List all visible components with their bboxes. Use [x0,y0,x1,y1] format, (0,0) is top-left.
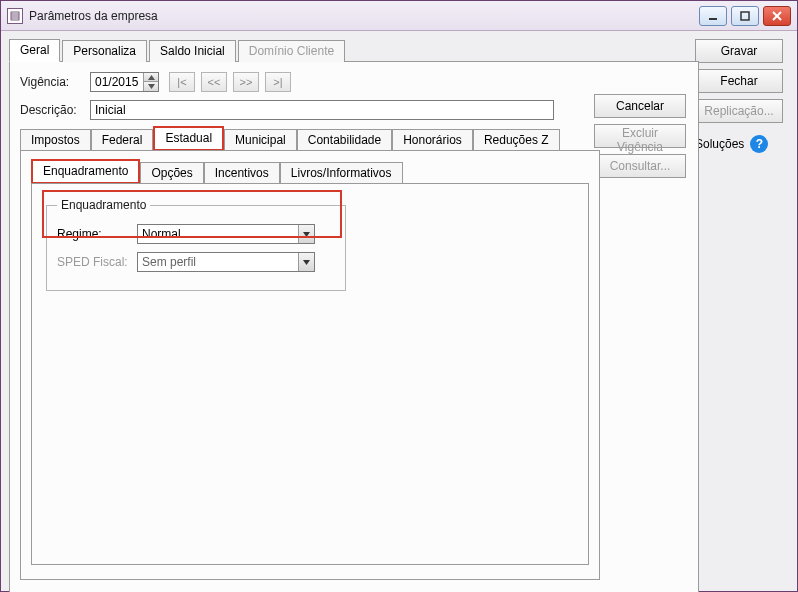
sped-value: Sem perfil [138,255,298,269]
nav-first-button[interactable]: |< [169,72,195,92]
spinner-up-icon[interactable] [144,73,158,82]
spinner-buttons [143,73,158,91]
window-controls [699,6,791,26]
vigencia-spinner[interactable] [90,72,159,92]
tab-geral[interactable]: Geral [9,39,60,62]
descricao-label: Descrição: [20,103,90,117]
help-icon[interactable]: ? [750,135,768,153]
third-tab-opcoes[interactable]: Opções [140,162,203,184]
svg-marker-9 [148,84,155,89]
svg-rect-5 [741,12,749,20]
regime-combobox[interactable]: Normal [137,224,315,244]
third-tabpanel: Enquadramento Regime: Normal [31,183,589,565]
third-tabstrip: Enquadramento Opções Incentivos Livros/I… [31,161,589,183]
inner-tab-contabilidade[interactable]: Contabilidade [297,129,392,151]
main-tabpanel: Cancelar Excluir Vigência Consultar... V… [9,61,699,592]
regime-value: Normal [138,227,298,241]
window-title: Parâmetros da empresa [29,9,158,23]
right-action-column: Gravar Fechar Replicação... Soluções ? [695,39,783,153]
sped-row: SPED Fiscal: Sem perfil [57,252,335,272]
solucoes-row: Soluções ? [695,135,783,153]
close-button[interactable] [763,6,791,26]
main-left-region: Vigência: |< << >> >| [20,72,600,580]
window-frame: Parâmetros da empresa Gravar Fechar Repl… [0,0,798,592]
app-icon [7,8,23,24]
inner-tab-municipal[interactable]: Municipal [224,129,297,151]
tab-saldo-inicial[interactable]: Saldo Inicial [149,40,236,62]
main-tabstrip: Geral Personaliza Saldo Inicial Domínio … [9,39,699,61]
nav-last-button[interactable]: >| [265,72,291,92]
vigencia-nav: |< << >> >| [169,72,291,92]
enquadramento-group: Enquadramento Regime: Normal [46,198,346,291]
titlebar: Parâmetros da empresa [1,1,797,31]
inner-tab-reducoes-z[interactable]: Reduções Z [473,129,560,151]
cancelar-button[interactable]: Cancelar [594,94,686,118]
panel-action-column: Cancelar Excluir Vigência Consultar... [594,94,686,178]
tab-personaliza[interactable]: Personaliza [62,40,147,62]
chevron-down-icon[interactable] [298,253,314,271]
sped-label: SPED Fiscal: [57,255,137,269]
replicacao-button[interactable]: Replicação... [695,99,783,123]
gravar-button[interactable]: Gravar [695,39,783,63]
regime-row: Regime: Normal [57,224,335,244]
solucoes-label: Soluções [695,137,744,151]
descricao-input[interactable] [90,100,554,120]
inner-tabs-wrap: Impostos Federal Estadual Municipal Cont… [20,128,600,580]
tab-dominio-cliente: Domínio Cliente [238,40,345,62]
maximize-button[interactable] [731,6,759,26]
chevron-down-icon[interactable] [298,225,314,243]
third-tab-enquadramento[interactable]: Enquadramento [31,159,140,184]
sped-combobox[interactable]: Sem perfil [137,252,315,272]
group-legend: Enquadramento [57,198,150,212]
inner-tab-impostos[interactable]: Impostos [20,129,91,151]
svg-marker-8 [148,75,155,80]
svg-marker-10 [303,232,310,237]
third-tab-incentivos[interactable]: Incentivos [204,162,280,184]
inner-tabpanel: Enquadramento Opções Incentivos Livros/I… [20,150,600,580]
descricao-row: Descrição: [20,100,600,120]
inner-tab-honorarios[interactable]: Honorários [392,129,473,151]
third-tab-livros-informativos[interactable]: Livros/Informativos [280,162,403,184]
excluir-vigencia-button[interactable]: Excluir Vigência [594,124,686,148]
inner-tab-estadual[interactable]: Estadual [153,126,224,151]
vigencia-label: Vigência: [20,75,90,89]
regime-label: Regime: [57,227,137,241]
vigencia-row: Vigência: |< << >> >| [20,72,600,92]
client-area: Gravar Fechar Replicação... Soluções ? G… [1,31,797,591]
vigencia-input[interactable] [91,73,143,91]
nav-next-button[interactable]: >> [233,72,259,92]
fechar-button[interactable]: Fechar [695,69,783,93]
nav-prev-button[interactable]: << [201,72,227,92]
consultar-button[interactable]: Consultar... [594,154,686,178]
minimize-button[interactable] [699,6,727,26]
inner-tab-federal[interactable]: Federal [91,129,154,151]
spinner-down-icon[interactable] [144,82,158,91]
inner-tabstrip: Impostos Federal Estadual Municipal Cont… [20,128,600,150]
svg-marker-11 [303,260,310,265]
